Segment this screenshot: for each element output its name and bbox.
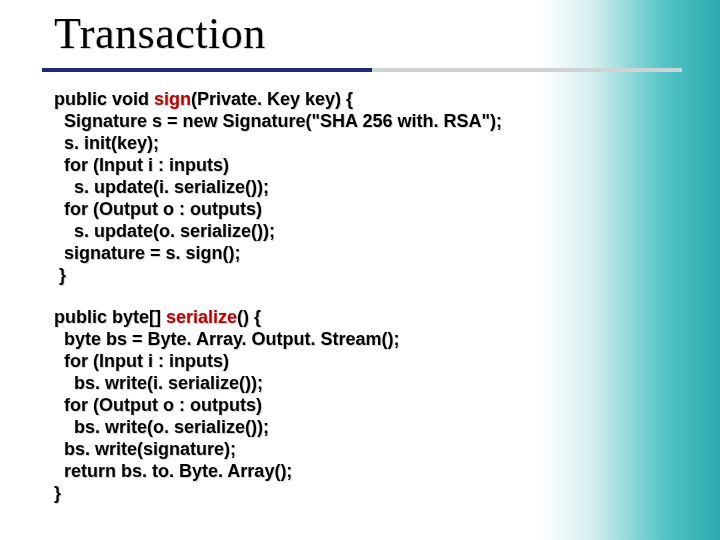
title-rule-dark	[42, 68, 372, 72]
code-line: byte bs = Byte. Array. Output. Stream();	[54, 329, 400, 349]
slide-title: Transaction	[54, 8, 266, 59]
code-line: }	[54, 483, 61, 503]
code-line: for (Input i : inputs)	[54, 155, 229, 175]
code-block-sign: public void sign(Private. Key key) { Sig…	[54, 88, 654, 286]
code-line: s. update(o. serialize());	[54, 221, 275, 241]
code-text: (Private. Key key) {	[191, 89, 353, 109]
code-line: }	[54, 265, 66, 285]
code-line: bs. write(o. serialize());	[54, 417, 269, 437]
code-block-serialize: public byte[] serialize() { byte bs = By…	[54, 306, 654, 504]
code-text: public void	[54, 89, 154, 109]
code-line: for (Output o : outputs)	[54, 395, 262, 415]
code-line: return bs. to. Byte. Array();	[54, 461, 292, 481]
code-area: public void sign(Private. Key key) { Sig…	[54, 88, 654, 524]
code-line: s. init(key);	[54, 133, 159, 153]
code-line: bs. write(signature);	[54, 439, 236, 459]
code-line: s. update(i. serialize());	[54, 177, 269, 197]
code-line: Signature s = new Signature("SHA 256 wit…	[54, 111, 502, 131]
code-text: () {	[237, 307, 261, 327]
method-name-serialize: serialize	[166, 307, 237, 327]
code-line: for (Output o : outputs)	[54, 199, 262, 219]
method-name-sign: sign	[154, 89, 191, 109]
title-rule-light	[372, 68, 682, 72]
code-line: for (Input i : inputs)	[54, 351, 229, 371]
code-line: bs. write(i. serialize());	[54, 373, 263, 393]
slide: Transaction public void sign(Private. Ke…	[0, 0, 720, 540]
code-line: signature = s. sign();	[54, 243, 241, 263]
code-text: public byte[]	[54, 307, 166, 327]
